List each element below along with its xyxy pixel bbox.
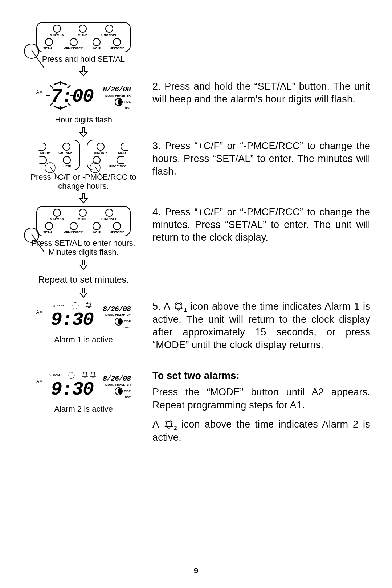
btn-pmcercc: -/PMCE/RCC	[64, 38, 83, 50]
caption-enter-hours: Press SET/AL to enter hours.Minutes digi…	[32, 238, 135, 257]
press-indicator-icon	[24, 44, 39, 59]
button-panel: MIN/MAX MODE CHANNEL SET/AL -/PMCE/RCC +…	[36, 206, 131, 236]
btn-history: HISTORY	[110, 38, 124, 50]
press-indicator-icon	[24, 228, 39, 243]
caption-alarm2-active: Alarm 2 is active	[54, 404, 113, 413]
button-panel: MIN/MAX MODE CHANNEL SET/AL -/PMCE/RCC +…	[36, 22, 131, 52]
btn-setal: SET/AL	[43, 38, 55, 50]
moon-phase-icon	[115, 387, 123, 395]
caption-alarm1-active: Alarm 1 is active	[54, 335, 113, 344]
lcd-hour-flash: AM 7:00 8/26/08 MOON PHASE YR TIDE DST	[34, 80, 133, 113]
step-5-text: 5. A 1 icon above the time indicates Ala…	[152, 300, 370, 352]
btn-cf: +/C/F	[92, 38, 100, 50]
btn-mode: MODE	[78, 25, 87, 37]
button-panel-left-half: MODE CHANNEL +/C/F	[37, 140, 80, 170]
step-2-text: 2. Press and hold the “SET/AL” button. T…	[152, 80, 370, 106]
lcd-alarm2: AM ☺COM 9:30 8/26/08 MOON PHASE YR TIDE …	[34, 369, 133, 402]
moon-phase-icon	[115, 98, 123, 106]
alarm-icon	[173, 302, 184, 312]
arrow-down-icon	[79, 193, 88, 204]
page-number: 9	[0, 566, 392, 576]
two-alarms-heading: To set two alarms:	[152, 369, 370, 382]
arrow-down-icon	[79, 66, 88, 77]
press-indicator-icon	[90, 162, 100, 173]
button-panel-right-half: MIN/MAX MOD PMCE/RCC	[87, 140, 130, 170]
caption-hold-setal: Press and hold SET/AL	[42, 54, 125, 64]
btn-channel: CHANNEL	[101, 25, 117, 37]
arrow-down-icon	[79, 127, 88, 138]
caption-change-hours: Press +C/F or -PMCE/RCC tochange hours.	[30, 172, 136, 191]
arrow-down-icon	[79, 260, 88, 270]
lcd-alarm1: AM ☺COM 9:30 8/26/08 MOON PHASE YR TIDE …	[34, 300, 133, 333]
caption-repeat: Repeat to set minutes.	[38, 274, 129, 285]
two-alarms-icon-text: A 2 icon above the time indicates Alarm …	[152, 418, 370, 444]
caption-hour-flash: Hour digits flash	[55, 115, 112, 124]
press-indicator-icon	[45, 162, 55, 173]
btn-minmax: MIN/MAX	[50, 25, 64, 37]
arrow-down-icon	[79, 288, 88, 298]
step-3-text: 3. Press “+C/F” or “-PMCE/RCC” to change…	[152, 140, 370, 178]
two-alarms-body: Press the “MODE” button until A2 appears…	[152, 386, 370, 411]
alarm-icon	[163, 420, 174, 430]
step-4-text: 4. Press “+C/F” or “-PMCE/RCC” to change…	[152, 206, 370, 244]
moon-phase-icon	[115, 318, 123, 326]
